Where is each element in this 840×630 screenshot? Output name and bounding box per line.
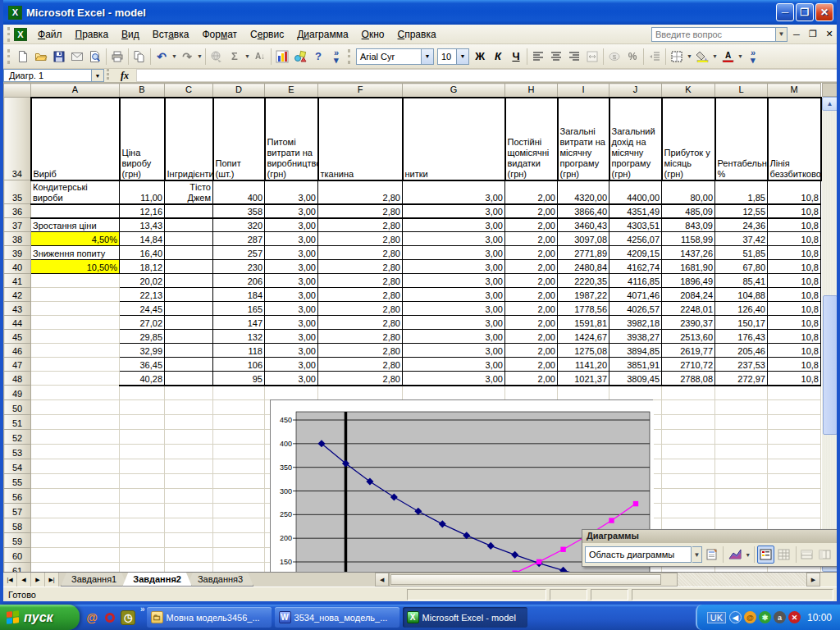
cell-I34[interactable]: Загальні витрати на місячну програму (гр… <box>558 98 609 180</box>
mail-at-icon[interactable]: @ <box>744 611 756 623</box>
vertical-scroll-track[interactable] <box>822 111 838 558</box>
fill-color-icon[interactable] <box>693 48 711 66</box>
cell-A36[interactable] <box>31 204 120 218</box>
cell-E44[interactable]: 3,00 <box>265 316 318 330</box>
cell-I37[interactable]: 3460,43 <box>558 218 609 232</box>
scroll-up-icon[interactable]: ▲ <box>822 97 838 111</box>
cell-E48[interactable]: 3,00 <box>265 372 318 386</box>
chevron-down-icon[interactable]: ▼ <box>456 49 468 64</box>
cell-L57[interactable] <box>715 504 768 518</box>
cell-D43[interactable]: 165 <box>213 302 265 316</box>
cell-L47[interactable]: 237,53 <box>715 358 768 372</box>
cell-K51[interactable] <box>662 415 715 430</box>
cell-C50[interactable] <box>165 400 213 415</box>
cell-B43[interactable]: 24,45 <box>120 302 165 316</box>
name-box[interactable]: Диагр. 1 <box>3 69 92 82</box>
cell-E39[interactable]: 3,00 <box>265 246 318 260</box>
row-header-43[interactable]: 43 <box>4 302 31 316</box>
font-size-combo[interactable]: 10 ▼ <box>437 48 469 65</box>
cell-J40[interactable]: 4162,74 <box>609 260 662 274</box>
cell-B57[interactable] <box>120 504 165 518</box>
cell-D44[interactable]: 147 <box>213 316 265 330</box>
chevron-down-icon[interactable]: ▼ <box>692 546 702 563</box>
horizontal-scroll-track[interactable] <box>389 573 678 587</box>
cell-C47[interactable] <box>165 358 213 372</box>
row-header-47[interactable]: 47 <box>4 358 31 372</box>
cell-K50[interactable] <box>662 400 715 415</box>
cell-I42[interactable]: 1987,22 <box>558 288 609 302</box>
cell-A34[interactable]: Виріб <box>31 98 120 180</box>
cell-G35[interactable]: 3,00 <box>403 180 505 204</box>
cell-B60[interactable] <box>120 548 165 563</box>
cell-D55[interactable] <box>213 474 265 489</box>
cell-K34[interactable]: Прибуток у місяць (грн) <box>662 98 715 180</box>
menu-Вид[interactable]: Вид <box>115 26 146 43</box>
row-header-60[interactable]: 60 <box>4 548 31 563</box>
cell-M53[interactable] <box>768 445 821 459</box>
cell-D41[interactable]: 206 <box>213 274 265 288</box>
horizontal-scroll-thumb[interactable] <box>390 574 661 585</box>
cell-C42[interactable] <box>165 288 213 302</box>
cell-B56[interactable] <box>120 489 165 504</box>
cell-K57[interactable] <box>662 504 715 518</box>
vertical-scroll-thumb[interactable] <box>823 295 838 435</box>
cell-A42[interactable] <box>31 288 120 302</box>
menu-Правка[interactable]: Правка <box>69 26 116 43</box>
toolbar-grip[interactable] <box>7 27 11 42</box>
cell-C54[interactable] <box>165 459 213 474</box>
currency-icon[interactable]: $ <box>605 48 623 66</box>
cell-A35[interactable]: Кондитерські вироби <box>31 180 120 204</box>
cell-C35[interactable]: Тісто Джем <box>165 180 213 204</box>
cell-I35[interactable]: 4320,00 <box>558 180 609 204</box>
column-header-F[interactable]: F <box>318 84 403 98</box>
row-header-54[interactable]: 54 <box>4 459 31 474</box>
help-icon[interactable]: ? <box>309 48 327 66</box>
row-header-52[interactable]: 52 <box>4 430 31 445</box>
cell-L39[interactable]: 51,85 <box>715 246 768 260</box>
cell-A56[interactable] <box>31 489 120 504</box>
cell-E47[interactable]: 3,00 <box>265 358 318 372</box>
cell-C56[interactable] <box>165 489 213 504</box>
cell-B58[interactable] <box>120 518 165 533</box>
cell-E46[interactable]: 3,00 <box>265 344 318 358</box>
workbook-minimize-button[interactable]: ─ <box>789 27 804 42</box>
cell-H42[interactable]: 2,00 <box>505 288 558 302</box>
prev-sheet-icon[interactable]: ◀ <box>17 573 31 587</box>
cell-M52[interactable] <box>768 430 821 445</box>
cell-A50[interactable] <box>31 400 120 415</box>
row-header-57[interactable]: 57 <box>4 504 31 518</box>
cell-M57[interactable] <box>768 504 821 518</box>
legend-button[interactable] <box>757 546 774 564</box>
cell-D52[interactable] <box>213 430 265 445</box>
cell-D47[interactable]: 106 <box>213 358 265 372</box>
cell-K35[interactable]: 80,00 <box>662 180 715 204</box>
column-header-A[interactable]: A <box>31 84 120 98</box>
menu-Файл[interactable]: Файл <box>31 26 69 43</box>
cell-A43[interactable] <box>31 302 120 316</box>
cell-K54[interactable] <box>662 459 715 474</box>
ask-question-input[interactable] <box>651 27 776 42</box>
cell-A51[interactable] <box>31 415 120 430</box>
question-dropdown-icon[interactable]: ▼ <box>776 27 788 42</box>
cell-B44[interactable]: 27,02 <box>120 316 165 330</box>
align-right-icon[interactable] <box>565 48 583 66</box>
cell-C44[interactable] <box>165 316 213 330</box>
cell-L49[interactable] <box>715 386 768 400</box>
cell-I39[interactable]: 2771,89 <box>558 246 609 260</box>
opera-icon[interactable] <box>103 610 117 625</box>
cell-L48[interactable]: 272,97 <box>715 372 768 386</box>
cell-F49[interactable] <box>318 386 403 400</box>
row-header-37[interactable]: 37 <box>4 218 31 232</box>
search-icon[interactable] <box>86 48 104 66</box>
cell-B38[interactable]: 14,84 <box>120 232 165 246</box>
column-header-B[interactable]: B <box>120 84 165 98</box>
cell-E38[interactable]: 3,00 <box>265 232 318 246</box>
column-header-C[interactable]: C <box>165 84 213 98</box>
cell-E36[interactable]: 3,00 <box>265 204 318 218</box>
copy-icon[interactable] <box>130 48 148 66</box>
select-all-corner[interactable] <box>4 84 31 98</box>
cell-B45[interactable]: 29,85 <box>120 330 165 344</box>
cell-J47[interactable]: 3851,91 <box>609 358 662 372</box>
cell-J41[interactable]: 4116,85 <box>609 274 662 288</box>
row-header-61[interactable]: 61 <box>4 563 31 573</box>
